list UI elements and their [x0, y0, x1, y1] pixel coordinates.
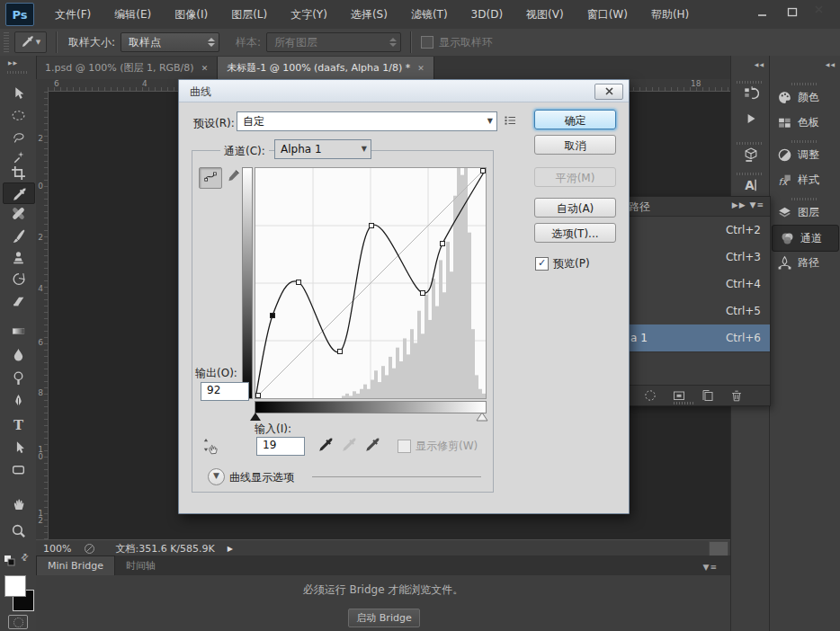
menu-item-11[interactable]: 帮助(H)	[639, 1, 701, 29]
highlight-input-slider[interactable]	[476, 412, 488, 424]
curve-point-6[interactable]	[441, 242, 445, 246]
load-selection-button[interactable]	[643, 388, 658, 404]
document-tab-2[interactable]: 未标题-1 @ 100% (daafs, Alpha 1/8) *✕	[218, 57, 434, 79]
curve-point-0[interactable]	[256, 394, 261, 398]
dialog-title-bar[interactable]: 曲线	[179, 80, 629, 102]
path-selection-tool[interactable]	[7, 437, 29, 457]
hand-tool[interactable]	[7, 493, 29, 513]
toolbar-grip[interactable]	[7, 71, 29, 74]
blur-tool[interactable]	[7, 344, 29, 364]
type-tool[interactable]: T	[7, 414, 29, 434]
curve-point-tool-button[interactable]	[199, 167, 222, 189]
status-menu-arrow-icon[interactable]: ▶	[228, 545, 233, 553]
panel-button-样式[interactable]: fx样式	[770, 167, 840, 192]
dodge-tool[interactable]	[7, 368, 29, 387]
default-colors-icon[interactable]	[4, 555, 15, 569]
panel-button-颜色[interactable]: 颜色	[770, 84, 840, 110]
3d-panel-button[interactable]	[738, 142, 764, 167]
menu-item-8[interactable]: 3D(D)	[460, 1, 514, 29]
history-brush-tool[interactable]	[7, 269, 29, 289]
brush-tool[interactable]	[7, 226, 29, 245]
tab-mini-bridge[interactable]: Mini Bridge	[36, 555, 115, 575]
menu-item-5[interactable]: 文字(Y)	[279, 1, 339, 29]
toolbar-collapse-button[interactable]: ▶▶	[8, 59, 18, 66]
black-point-eyedropper[interactable]	[317, 436, 335, 454]
eyedropper-tool[interactable]	[3, 182, 35, 204]
clone-stamp-tool[interactable]	[7, 247, 29, 267]
swap-colors-icon[interactable]: ⇄	[18, 551, 31, 564]
white-point-eyedropper[interactable]	[364, 436, 382, 454]
ok-button[interactable]: 确定	[534, 110, 616, 129]
tab-时间轴[interactable]: 时间轴	[115, 556, 166, 575]
actions-panel-button[interactable]	[738, 106, 764, 131]
active-tool-badge[interactable]: ▼	[14, 31, 47, 53]
close-tab-icon[interactable]: ✕	[201, 64, 209, 73]
curve-point-2[interactable]	[297, 280, 301, 285]
panel-resize-grip[interactable]	[674, 402, 693, 404]
curve-graph[interactable]	[255, 167, 487, 399]
maximize-button[interactable]	[779, 3, 805, 21]
preset-options-button[interactable]	[503, 113, 519, 129]
document-info[interactable]: 文档:351.6 K/585.9K	[115, 542, 214, 555]
panel-button-色板[interactable]: 色板	[770, 110, 840, 135]
gray-point-eyedropper[interactable]	[341, 436, 359, 454]
healing-brush-tool[interactable]	[7, 203, 29, 223]
close-button[interactable]	[809, 3, 835, 21]
curve-point-4[interactable]	[370, 224, 374, 228]
on-image-adjustment-tool[interactable]	[201, 434, 224, 456]
menu-item-3[interactable]: 图像(I)	[163, 1, 219, 29]
output-value-field[interactable]: 92	[201, 382, 249, 401]
new-channel-button[interactable]	[701, 388, 716, 404]
preview-checkbox[interactable]: ✓ 预览(P)	[535, 256, 590, 271]
curve-point-1[interactable]	[271, 314, 275, 318]
menu-item-4[interactable]: 图层(L)	[219, 1, 279, 29]
crop-tool[interactable]	[7, 163, 29, 182]
menu-item-9[interactable]: 视图(V)	[514, 1, 576, 29]
curve-point-5[interactable]	[421, 291, 425, 296]
zoom-level-field[interactable]: 100%	[43, 543, 71, 555]
scrollbar-corner[interactable]	[709, 541, 728, 556]
character-panel-button[interactable]: A	[738, 173, 764, 198]
lasso-tool[interactable]	[7, 127, 29, 147]
options-bar-grip[interactable]	[4, 32, 9, 52]
quick-mask-button[interactable]	[8, 615, 28, 629]
launch-bridge-button[interactable]: 启动 Bridge	[348, 609, 420, 627]
delete-channel-button[interactable]	[729, 388, 745, 404]
marquee-tool[interactable]	[7, 105, 29, 125]
menu-item-7[interactable]: 滤镜(T)	[399, 1, 460, 29]
shadow-input-slider[interactable]	[249, 412, 262, 424]
sample-dropdown[interactable]: 所有图层	[266, 32, 401, 52]
menu-item-1[interactable]: 文件(F)	[43, 1, 103, 29]
panel-menu-icon[interactable]: ▼≡	[703, 563, 718, 572]
curve-options-button[interactable]: 选项(T)...	[534, 223, 616, 243]
shape-tool[interactable]	[7, 459, 29, 479]
history-panel-button[interactable]	[738, 81, 764, 106]
cancel-button[interactable]: 取消	[534, 135, 616, 155]
smooth-button[interactable]: 平滑(M)	[534, 167, 616, 187]
tab-paths[interactable]: 路径	[629, 200, 650, 215]
curve-pencil-tool-button[interactable]	[222, 167, 244, 187]
foreground-color-swatch[interactable]	[4, 575, 26, 597]
dialog-close-button[interactable]	[594, 84, 623, 100]
panel-header-icons[interactable]: ▶▶ ▼≡	[732, 200, 764, 209]
sample-size-dropdown[interactable]: 取样点	[121, 32, 219, 52]
curve-point-7[interactable]	[481, 169, 486, 173]
show-clipping-checkbox[interactable]: 显示修剪(W)	[398, 439, 478, 454]
eraser-tool[interactable]	[7, 290, 29, 310]
panel-button-通道[interactable]: 通道	[772, 225, 839, 252]
panel-button-调整[interactable]: 调整	[770, 142, 840, 167]
menu-item-10[interactable]: 窗口(W)	[576, 1, 639, 29]
channel-dropdown[interactable]: Alpha 1 ▼	[274, 139, 371, 159]
zoom-tool[interactable]	[7, 520, 29, 540]
dock-collapse-button[interactable]: ◀◀	[755, 61, 764, 67]
panel-button-图层[interactable]: 图层	[770, 200, 840, 225]
minimize-button[interactable]	[749, 3, 775, 21]
menu-item-6[interactable]: 选择(S)	[339, 1, 399, 29]
input-value-field[interactable]: 19	[256, 437, 305, 456]
curve-display-options-expander[interactable]: ▼	[208, 468, 225, 485]
curve-point-3[interactable]	[338, 350, 343, 354]
show-sampling-ring-checkbox[interactable]: 显示取样环	[421, 35, 493, 50]
gradient-tool[interactable]	[7, 321, 29, 341]
panel-button-路径[interactable]: 路径	[770, 250, 840, 275]
close-tab-icon[interactable]: ✕	[417, 64, 424, 73]
